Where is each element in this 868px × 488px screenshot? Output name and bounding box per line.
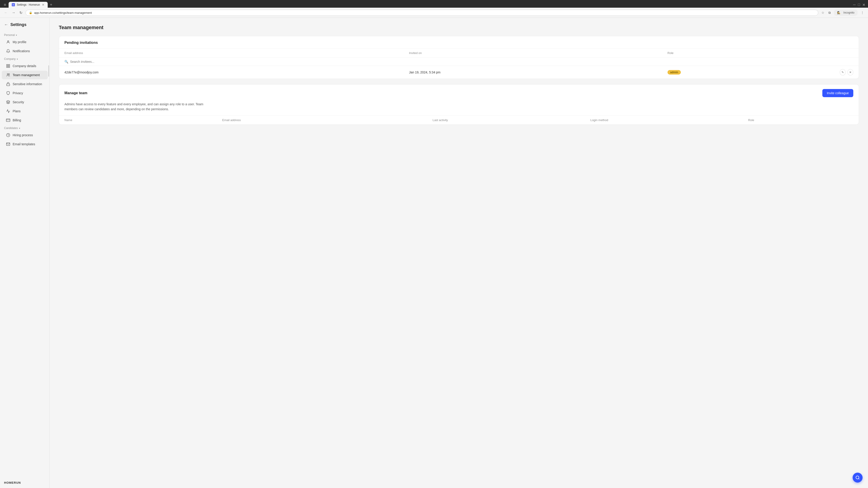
refresh-button[interactable]: ↻ [19, 10, 23, 16]
sidebar-item-my-profile-label: My profile [13, 40, 26, 44]
personal-section-chevron: ▾ [16, 34, 17, 36]
sidebar-item-team-management[interactable]: Team management [2, 71, 48, 79]
sidebar-item-plans[interactable]: Plans [2, 107, 48, 116]
sidebar-item-company-details[interactable]: Company details [2, 62, 48, 70]
search-icon: 🔍 [64, 60, 68, 64]
sidebar-item-privacy[interactable]: Privacy [2, 89, 48, 97]
svg-point-5 [7, 74, 8, 75]
svg-rect-3 [6, 66, 8, 68]
tab-favicon: H [12, 3, 15, 6]
table-row: 42de77e@moodjoy.com Jan 19, 2024, 5:34 p… [59, 66, 859, 78]
invitee-role-cell: admin [668, 70, 840, 74]
candidates-section-label[interactable]: Candidates ▾ [0, 125, 50, 131]
minimize-button[interactable]: ─ [853, 3, 856, 7]
delete-invitee-button[interactable]: ✕ [847, 69, 853, 75]
name-column-header: Name [64, 119, 222, 122]
main-content: Team management Pending invitations Emai… [50, 18, 868, 488]
sidebar-item-notifications[interactable]: Notifications [2, 47, 48, 55]
sidebar-item-team-management-label: Team management [13, 73, 40, 77]
new-tab-button[interactable]: + [49, 2, 53, 8]
company-section-label[interactable]: Company ▾ [0, 56, 50, 61]
grid-icon [6, 64, 10, 68]
manage-team-title: Manage team [64, 91, 87, 95]
sidebar-item-email-templates[interactable]: Email templates [2, 140, 48, 149]
page-title: Team management [59, 25, 859, 31]
invited-on-column-header: Invited on [409, 51, 667, 55]
sidebar-item-my-profile[interactable]: My profile [2, 38, 48, 46]
sidebar-header: ← Settings [0, 22, 50, 32]
sidebar-item-company-details-label: Company details [13, 64, 36, 68]
manage-team-card: Manage team Invite colleague Admins have… [59, 84, 859, 125]
incognito-badge[interactable]: 🕵 Incognito [834, 9, 858, 16]
browser-chrome: ⊞ H Settings · Homerun ✕ + ─ □ ✕ [0, 0, 868, 8]
invitees-search-row[interactable]: 🔍 [59, 58, 859, 66]
browser-toolbar: ← → ↻ 🔒 ☆ ⧉ 🕵 Incognito ⋮ [0, 8, 868, 18]
address-bar[interactable]: 🔒 [26, 10, 818, 16]
sidebar-item-sensitive-information-label: Sensitive information [13, 82, 42, 86]
bell-icon [6, 49, 10, 53]
shield-icon [6, 91, 10, 95]
sidebar: ← Settings Personal ▾ My profile Notific… [0, 18, 50, 488]
lock-icon [6, 82, 10, 86]
toolbar-actions: ☆ ⧉ 🕵 Incognito ⋮ [820, 9, 865, 16]
email-address-column-header: Email address [222, 119, 433, 122]
sidebar-item-security[interactable]: Security [2, 98, 48, 106]
tab-title: Settings · Homerun [17, 3, 40, 6]
sidebar-title: Settings [10, 22, 26, 27]
svg-rect-1 [6, 64, 8, 66]
hiring-icon [6, 133, 10, 137]
settings-back-button[interactable]: ← [4, 22, 8, 27]
tab-close-button[interactable]: ✕ [42, 3, 44, 6]
homerun-logo: HOMERUN [0, 477, 50, 488]
pending-invitations-card: Pending invitations Email address Invite… [59, 36, 859, 79]
team-icon [6, 73, 10, 77]
tab-group-indicator[interactable]: ⊞ [3, 3, 7, 6]
search-invitees-input[interactable] [70, 60, 853, 64]
sidebar-item-sensitive-information[interactable]: Sensitive information [2, 80, 48, 88]
svg-point-11 [856, 476, 859, 479]
manage-team-description: Admins have access to every feature and … [59, 102, 217, 116]
login-method-column-header: Login method [590, 119, 748, 122]
manage-team-table-header: Name Email address Last activity Login m… [59, 116, 859, 125]
role-badge: admin [668, 70, 681, 74]
row-actions: ✎ ✕ [840, 69, 853, 75]
svg-point-6 [8, 74, 10, 75]
bookmark-icon[interactable]: ☆ [820, 10, 825, 15]
help-fab-button[interactable] [852, 473, 863, 483]
window-controls: ─ □ ✕ [853, 3, 865, 7]
sidebar-item-plans-label: Plans [13, 109, 21, 113]
invite-colleague-button[interactable]: Invite colleague [822, 89, 853, 97]
candidates-section-chevron: ▾ [19, 127, 20, 129]
browser-tab-active[interactable]: H Settings · Homerun ✕ [8, 2, 48, 8]
sidebar-item-email-templates-label: Email templates [13, 142, 35, 146]
actions-column-header [840, 51, 853, 55]
url-input[interactable] [34, 11, 815, 14]
app-layout: ← Settings Personal ▾ My profile Notific… [0, 18, 868, 488]
sidebar-item-hiring-process[interactable]: Hiring process [2, 131, 48, 139]
sidebar-scrollbar [49, 65, 49, 76]
incognito-icon: 🕵 [836, 10, 841, 15]
edit-invitee-button[interactable]: ✎ [840, 69, 846, 75]
back-nav-button[interactable]: ← [3, 10, 8, 15]
company-section-chevron: ▾ [17, 58, 18, 60]
split-view-icon[interactable]: ⧉ [828, 10, 832, 15]
sidebar-item-billing[interactable]: Billing [2, 116, 48, 125]
sidebar-item-billing-label: Billing [13, 119, 21, 122]
maximize-button[interactable]: □ [858, 3, 860, 7]
role-column-header: Role [668, 51, 840, 55]
user-icon [6, 40, 10, 44]
last-activity-column-header: Last activity [433, 119, 590, 122]
svg-rect-2 [8, 64, 10, 66]
svg-point-0 [7, 41, 9, 42]
role-column-header: Role [748, 119, 853, 122]
email-icon [6, 142, 10, 147]
plans-icon [6, 109, 10, 113]
sidebar-item-privacy-label: Privacy [13, 91, 23, 95]
invitee-email: 42de77e@moodjoy.com [64, 70, 409, 74]
close-button[interactable]: ✕ [862, 3, 865, 7]
svg-line-12 [859, 479, 860, 480]
menu-icon[interactable]: ⋮ [860, 10, 865, 15]
forward-nav-button[interactable]: → [11, 10, 16, 15]
personal-section-label[interactable]: Personal ▾ [0, 32, 50, 37]
sidebar-item-hiring-process-label: Hiring process [13, 133, 33, 137]
